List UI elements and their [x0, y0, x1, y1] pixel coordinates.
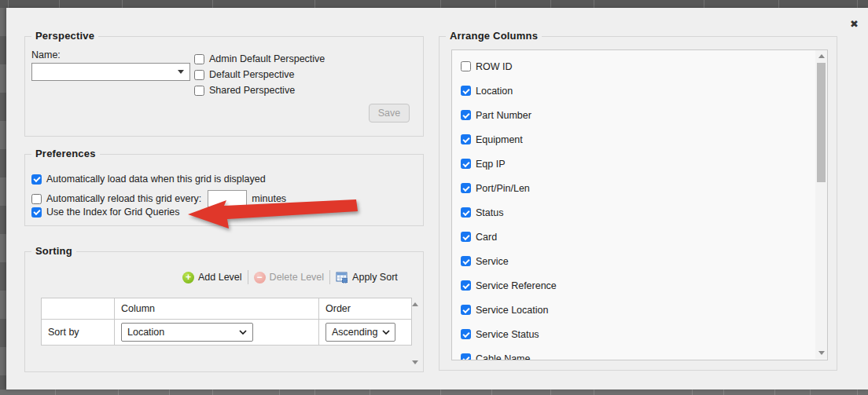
checkbox[interactable]: [461, 183, 471, 193]
grid-column-divider: [279, 390, 280, 395]
grid-column-divider: [118, 390, 119, 395]
checkbox[interactable]: [31, 174, 42, 185]
minus-circle-icon: −: [254, 272, 266, 283]
column-label: Service Location: [476, 305, 548, 316]
checkbox[interactable]: [461, 61, 471, 71]
header-column: Column: [115, 298, 319, 320]
checkbox-label: Automatically load data when this grid i…: [46, 174, 266, 185]
grid-column-divider: [370, 390, 370, 395]
column-label: Part Number: [476, 110, 531, 121]
header-order: Order: [319, 298, 412, 320]
checkbox-label: Automatically reload this grid every:: [46, 193, 201, 204]
sort-column-value: Location: [127, 327, 164, 338]
grid-column-divider: [55, 390, 56, 395]
pref-use-index[interactable]: Use the Index for Grid Queries: [31, 207, 180, 218]
grid-column-divider: [857, 390, 858, 395]
toolbar-separator: [248, 270, 248, 284]
background-grid-rows: [0, 8, 6, 390]
grid-column-divider: [495, 0, 496, 8]
grid-settings-dialog: ✖ Perspective Name: Admin Default Perspe…: [6, 8, 868, 390]
checkbox[interactable]: [461, 134, 471, 144]
perspective-name-dropdown[interactable]: [31, 63, 190, 81]
column-option[interactable]: Cable Name: [452, 346, 827, 360]
column-option[interactable]: Card: [452, 225, 827, 249]
grid-column-divider: [692, 390, 693, 395]
scroll-up-icon[interactable]: [818, 54, 825, 58]
checkbox-label: Admin Default Perspective: [209, 53, 325, 64]
column-option[interactable]: Location: [452, 79, 827, 103]
close-icon[interactable]: ✖: [850, 19, 859, 29]
grid-column-divider: [550, 0, 551, 8]
checkbox[interactable]: [461, 159, 471, 169]
checkbox[interactable]: [461, 207, 471, 218]
checkbox[interactable]: [461, 305, 471, 315]
checkbox[interactable]: [461, 353, 471, 360]
column-option[interactable]: Port/Pin/Len: [452, 176, 827, 200]
column-list-scrollbar[interactable]: [815, 50, 827, 359]
checkbox-label: Shared Perspective: [209, 85, 295, 96]
add-level-button[interactable]: + Add Level: [182, 272, 242, 283]
checkbox[interactable]: [31, 194, 42, 204]
grid-column-divider: [723, 390, 724, 395]
checkbox[interactable]: [194, 86, 204, 96]
column-option[interactable]: Eqp IP: [452, 152, 827, 176]
chevron-down-icon: [382, 330, 390, 335]
column-option[interactable]: Service Status: [452, 322, 827, 346]
column-option[interactable]: Service Location: [452, 298, 827, 322]
chevron-down-icon: [178, 70, 184, 74]
scroll-down-icon[interactable]: [412, 360, 418, 364]
checkbox[interactable]: [461, 329, 471, 339]
delete-level-button[interactable]: − Delete Level: [254, 272, 325, 283]
checkbox[interactable]: [461, 256, 471, 266]
apply-sort-button[interactable]: Apply Sort: [336, 271, 398, 283]
column-option[interactable]: Status: [452, 200, 827, 225]
grid-column-divider: [594, 390, 594, 395]
sort-order-select[interactable]: Ascending: [326, 323, 395, 342]
grid-column-divider: [59, 0, 60, 8]
grid-column-divider: [550, 390, 551, 395]
column-option[interactable]: Part Number: [452, 103, 827, 127]
column-label: Cable Name: [476, 353, 530, 361]
sorting-legend: Sorting: [31, 245, 76, 257]
checkbox[interactable]: [31, 207, 42, 218]
checkbox[interactable]: [461, 86, 471, 96]
column-label: Service Status: [476, 329, 539, 340]
checkbox[interactable]: [461, 232, 471, 242]
sort-levels-table: Column Order Sort by Location: [41, 298, 412, 346]
chevron-down-icon: [239, 330, 247, 335]
perspective-checkbox-option[interactable]: Admin Default Perspective: [194, 53, 325, 64]
arrange-columns-legend: Arrange Columns: [446, 30, 542, 42]
pref-auto-load[interactable]: Automatically load data when this grid i…: [31, 174, 266, 185]
toolbar-separator: [329, 270, 330, 284]
scroll-up-icon[interactable]: [412, 302, 418, 306]
checkbox[interactable]: [461, 110, 471, 120]
preferences-legend: Preferences: [31, 148, 100, 159]
checkbox[interactable]: [194, 54, 204, 64]
grid-column-divider: [704, 0, 704, 8]
save-button[interactable]: Save: [369, 104, 410, 123]
checkbox[interactable]: [194, 70, 204, 80]
grid-column-divider: [810, 390, 811, 395]
sort-column-select[interactable]: Location: [121, 323, 253, 342]
column-option[interactable]: Equipment: [452, 127, 827, 152]
sort-order-value: Ascending: [332, 327, 377, 338]
grid-column-divider: [212, 390, 213, 395]
column-option[interactable]: Service: [452, 249, 827, 273]
checkbox-label: Use the Index for Grid Queries: [46, 207, 180, 218]
column-option[interactable]: Service Reference: [452, 273, 827, 298]
checkbox[interactable]: [461, 280, 471, 291]
grid-column-divider: [491, 390, 492, 395]
delete-level-label: Delete Level: [270, 272, 325, 283]
column-option[interactable]: ROW ID: [452, 54, 827, 79]
scrollbar-thumb[interactable]: [817, 63, 826, 182]
grid-column-divider: [212, 0, 213, 8]
sorting-toolbar: + Add Level − Delete Level: [182, 269, 398, 285]
grid-column-divider: [594, 0, 594, 8]
scroll-down-icon[interactable]: [818, 351, 825, 355]
perspective-checkbox-option[interactable]: Default Perspective: [194, 69, 325, 80]
background-grid-footer: [0, 389, 868, 395]
column-label: ROW ID: [476, 61, 513, 72]
grid-column-divider: [8, 0, 9, 8]
column-label: Port/Pin/Len: [476, 183, 530, 194]
perspective-checkbox-option[interactable]: Shared Perspective: [194, 85, 325, 96]
